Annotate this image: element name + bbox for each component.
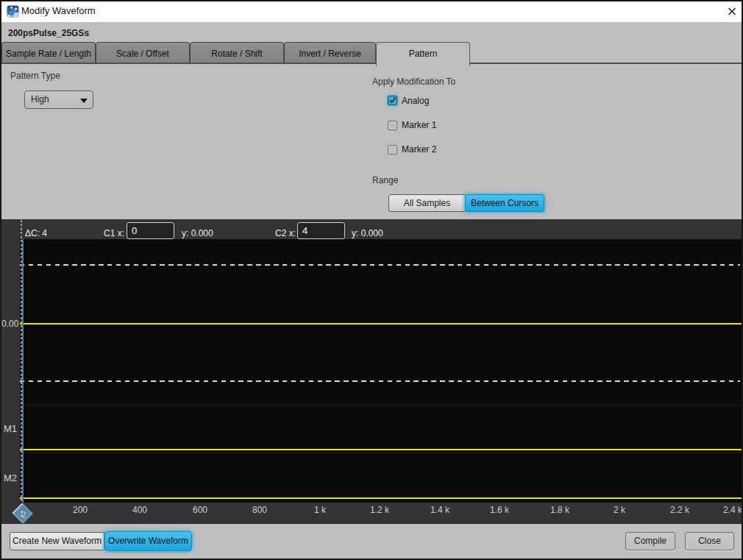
svg-text:2: 2 [21, 509, 26, 520]
